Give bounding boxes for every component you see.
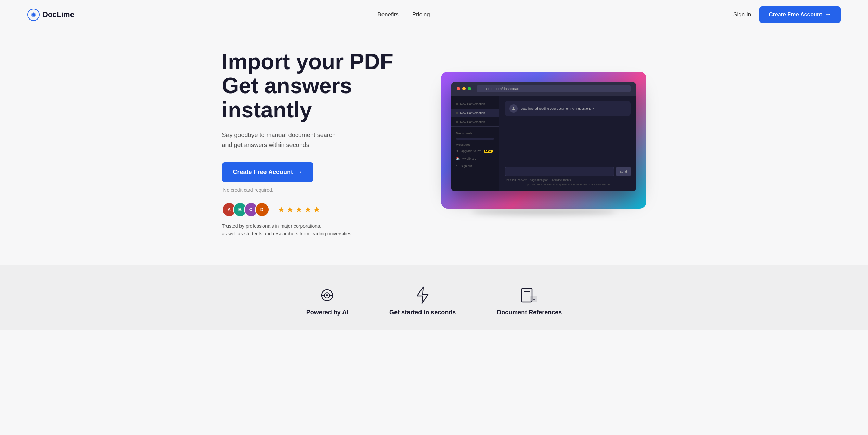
upgrade-to-pro[interactable]: ⬆ Upgrade to Pro NEW [451, 147, 499, 155]
app-preview: doclime.com/dashboard New Conversation [441, 72, 646, 215]
star-2: ★ [286, 205, 294, 214]
social-proof: A B C D ★ ★ ★ ★ ★ [222, 202, 427, 217]
sidebar-dot-1 [456, 103, 458, 105]
pagination-action[interactable]: pagination.json [530, 178, 548, 182]
browser-url: doclime.com/dashboard [477, 85, 631, 92]
upgrade-icon: ⬆ [456, 149, 459, 153]
hero-title: Import your PDF Get answers instantly [222, 50, 427, 122]
browser-sidebar: New Conversation New Conversation New Co… [451, 96, 499, 191]
message-input[interactable] [505, 167, 614, 176]
nav-right: Sign in Create Free Account → [733, 6, 841, 23]
open-pdf-action[interactable]: Open PDF Viewer [505, 178, 527, 182]
hero-section: Import your PDF Get answers instantly Sa… [195, 29, 674, 265]
sidebar-label-1: New Conversation [460, 102, 485, 106]
feature-ai-label: Powered by AI [306, 309, 348, 316]
upgrade-badge: NEW [484, 150, 493, 153]
avatar-4: D [255, 202, 269, 217]
nav-links: Benefits Pricing [377, 11, 430, 18]
docs-label: Documents [451, 130, 499, 136]
main-panel: Just finished reading your document! Any… [499, 96, 636, 191]
feature-references-label: Document References [497, 309, 562, 316]
logo-link[interactable]: DocLime [27, 9, 74, 21]
features-strip: Powered by AI Get started in seconds Doc… [0, 265, 868, 330]
browser-window: doclime.com/dashboard New Conversation [451, 82, 636, 191]
my-library-label: My Library [462, 157, 476, 160]
feature-ai: Powered by AI [306, 286, 348, 316]
trust-text: Trusted by professionals in major corpor… [222, 222, 393, 238]
hero-right: doclime.com/dashboard New Conversation [441, 72, 646, 215]
hero-cta-button[interactable]: Create Free Account → [222, 162, 313, 182]
sidebar-bottom: Documents Messages ⬆ Upgrade to Pro NEW [451, 126, 499, 170]
sidebar-label-3: New Conversation [460, 120, 485, 124]
sign-in-link[interactable]: Sign in [733, 11, 751, 18]
hero-subtitle-line1: Say goodbye to manual document search [222, 132, 336, 138]
dot-green [468, 87, 471, 90]
hero-title-line2: Get answers instantly [222, 73, 352, 122]
doclime-logo-icon [27, 9, 40, 21]
navbar: DocLime Benefits Pricing Sign in Create … [0, 0, 868, 29]
gradient-background: doclime.com/dashboard New Conversation [441, 72, 646, 209]
hero-left: Import your PDF Get answers instantly Sa… [222, 50, 427, 238]
ai-icon [318, 286, 337, 305]
hero-cta-arrow: → [296, 169, 302, 176]
upgrade-label: Upgrade to Pro [461, 149, 482, 153]
add-docs-action[interactable]: Add documents [552, 178, 571, 182]
chat-message: Just finished reading your document! Any… [521, 107, 594, 110]
star-1: ★ [277, 205, 285, 214]
send-button[interactable]: Send [616, 167, 630, 176]
docs-bar [456, 138, 494, 140]
svg-rect-14 [531, 296, 537, 302]
sidebar-dot-3 [456, 121, 458, 123]
dot-red [457, 87, 460, 90]
star-4: ★ [304, 205, 312, 214]
star-rating: ★ ★ ★ ★ ★ [277, 205, 321, 214]
library-icon: 📚 [456, 157, 460, 160]
hero-title-line1: Import your PDF [222, 49, 393, 74]
new-conversation-1[interactable]: New Conversation [451, 100, 499, 109]
logo-text: DocLime [42, 10, 74, 19]
browser-bar: doclime.com/dashboard [451, 82, 636, 96]
trust-line1: Trusted by professionals in major corpor… [222, 223, 322, 229]
input-actions: Open PDF Viewer pagination.json Add docu… [505, 178, 631, 182]
svg-point-5 [326, 294, 328, 296]
sign-out[interactable]: ↪ Sign out [451, 162, 499, 170]
sign-out-label: Sign out [461, 164, 472, 168]
signout-icon: ↪ [456, 164, 459, 168]
dot-yellow [462, 87, 466, 90]
nav-benefits[interactable]: Benefits [377, 11, 398, 18]
feature-references: Document References [497, 286, 562, 316]
new-conversation-3[interactable]: New Conversation [451, 117, 499, 126]
nav-pricing[interactable]: Pricing [412, 11, 430, 18]
star-5: ★ [313, 205, 321, 214]
my-library[interactable]: 📚 My Library [451, 155, 499, 162]
feature-speed: Get started in seconds [389, 286, 456, 316]
messages-label: Messages [451, 142, 499, 147]
preview-shadow [472, 209, 616, 215]
avatar-group: A B C D [222, 202, 266, 217]
lightning-icon [413, 286, 432, 305]
input-area: Send Open PDF Viewer pagination.json Add… [505, 167, 631, 186]
sidebar-label-2: New Conversation [460, 111, 485, 115]
hero-cta-label: Create Free Account [233, 169, 293, 176]
star-3: ★ [295, 205, 303, 214]
hero-subtitle: Say goodbye to manual document search an… [222, 130, 427, 150]
nav-cta-button[interactable]: Create Free Account → [759, 6, 841, 23]
browser-content: New Conversation New Conversation New Co… [451, 96, 636, 191]
hero-subtitle-line2: and get answers within seconds [222, 141, 309, 148]
feature-speed-label: Get started in seconds [389, 309, 456, 316]
trust-line2: as well as students and researchers from… [222, 231, 353, 236]
browser-dots [457, 87, 471, 90]
svg-point-2 [513, 107, 514, 109]
nav-cta-arrow: → [825, 11, 831, 18]
new-conversation-2[interactable]: New Conversation [451, 109, 499, 117]
svg-point-1 [32, 13, 35, 16]
nav-cta-label: Create Free Account [769, 12, 822, 18]
tip-text: Tip: The more detailed your question, th… [505, 183, 631, 186]
no-credit-text: No credit card required. [222, 187, 427, 193]
chat-bubble: Just finished reading your document! Any… [505, 101, 631, 116]
chat-avatar [509, 104, 518, 113]
sidebar-dot-2 [456, 112, 458, 114]
message-input-row: Send [505, 167, 631, 176]
document-reference-icon [520, 286, 539, 305]
